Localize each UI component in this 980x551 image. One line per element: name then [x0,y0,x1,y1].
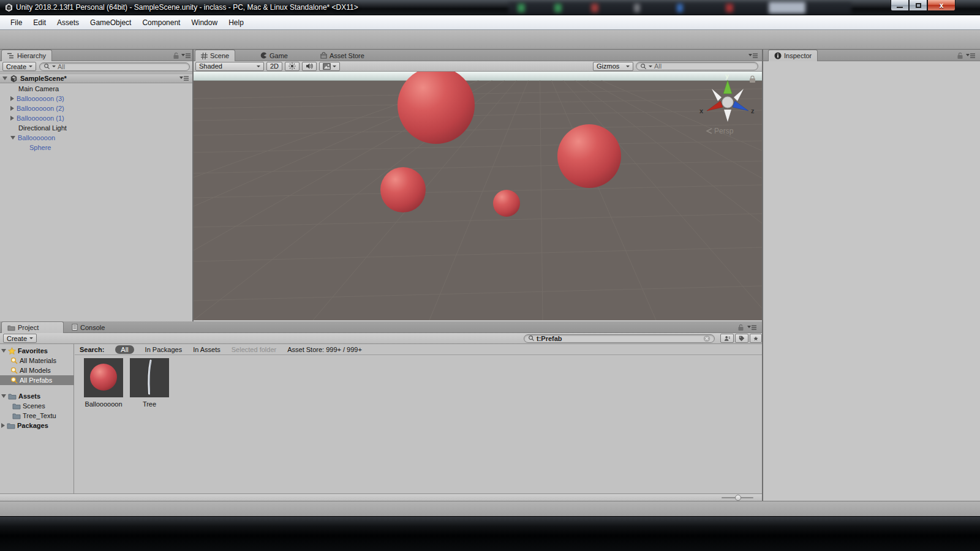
tree-item-favorites[interactable]: Favorites [0,346,74,356]
scene-effects-dropdown[interactable] [319,62,340,71]
balloon-sphere-right[interactable] [557,124,621,188]
hierarchy-item-sphere[interactable]: Sphere [0,143,192,152]
search-by-label-button[interactable] [735,334,748,343]
lock-icon[interactable] [173,52,179,59]
menu-gameobject[interactable]: GameObject [85,17,137,29]
menu-help[interactable]: Help [223,17,249,29]
scope-selected-folder[interactable]: Selected folder [232,346,276,353]
hierarchy-tab-label: Hierarchy [17,52,46,59]
close-button[interactable]: x [927,0,956,11]
hierarchy-item-balloon-3[interactable]: Balloooooon (3) [0,94,192,103]
background-window-blur [726,4,733,12]
tree-item-scenes[interactable]: Scenes [0,401,74,411]
tree-item-packages[interactable]: Packages [0,421,74,430]
balloon-sphere-left[interactable] [380,167,426,212]
scope-in-assets[interactable]: In Assets [193,346,221,353]
foldout-expanded-icon[interactable] [10,136,15,140]
persp-label[interactable]: Persp [714,127,734,135]
menu-window[interactable]: Window [186,17,223,29]
foldout-expanded-icon[interactable] [2,77,7,80]
slider-knob[interactable] [735,495,741,501]
hierarchy-search-input[interactable]: All [39,62,190,71]
menu-file[interactable]: File [5,17,28,29]
console-tab[interactable]: Console [66,321,110,333]
asset-label-tree[interactable]: Tree [127,400,172,408]
search-icon [640,63,647,70]
menu-edit[interactable]: Edit [28,17,51,29]
gizmos-dropdown[interactable]: Gizmos [593,62,633,71]
tree-item-all-materials[interactable]: All Materials [0,356,74,365]
hierarchy-icon [7,53,15,59]
menu-component[interactable]: Component [137,17,186,29]
foldout-collapsed-icon[interactable] [10,116,14,121]
panel-menu-icon[interactable] [181,53,190,59]
2d-toggle-button[interactable]: 2D [266,62,282,71]
foldout-collapsed-icon[interactable] [10,106,14,111]
item-label: Main Camera [18,85,59,92]
shading-mode-dropdown[interactable]: Shaded [195,62,264,71]
speaker-icon [306,62,313,70]
scene-panel: Scene Game Asset Store Shaded 2D Gizmos [194,50,762,321]
item-label: Balloooooon (2) [17,105,64,112]
game-tab[interactable]: Game [255,50,293,61]
panel-menu-icon[interactable] [966,53,975,59]
lock-icon[interactable] [957,52,963,59]
project-create-button[interactable]: Create [3,334,37,343]
menu-assets[interactable]: Assets [51,17,85,29]
search-filter-icon [10,377,18,384]
asset-store-count[interactable]: Asset Store: 999+ / 999+ [287,346,362,353]
asset-thumbnail-balloon[interactable] [84,358,123,397]
panel-menu-icon[interactable] [747,325,756,331]
asset-store-tab[interactable]: Asset Store [315,50,370,61]
chevron-down-icon [333,66,336,67]
tree-item-all-models[interactable]: All Models [0,365,74,375]
scene-lighting-button[interactable] [285,62,300,71]
balloon-sphere-small[interactable] [493,190,520,217]
search-by-type-button[interactable] [720,334,734,343]
project-search-input[interactable]: t:Prefab [524,334,715,343]
scene-audio-button[interactable] [302,62,317,71]
foldout-collapsed-icon[interactable] [1,423,5,428]
project-tab[interactable]: Project [1,321,64,333]
hierarchy-item-directional-light[interactable]: Directional Light [0,123,192,133]
asset-thumbnail-tree[interactable] [130,358,169,397]
search-filter-icon [10,357,18,364]
tree-item-assets[interactable]: Assets [0,391,74,401]
minimize-button[interactable] [891,0,909,11]
tree-item-label: Assets [18,392,40,400]
save-search-button[interactable] [750,334,762,343]
scene-header-row[interactable]: SampleScene* [0,73,192,83]
hierarchy-item-main-camera[interactable]: Main Camera [0,84,192,94]
hierarchy-create-button[interactable]: Create [2,62,36,71]
hierarchy-item-balloon[interactable]: Balloooooon [0,133,192,143]
hierarchy-toolbar: Create All [0,61,192,72]
tree-item-tree-textures[interactable]: Tree_Textu [0,411,74,421]
hierarchy-item-balloon-2[interactable]: Balloooooon (2) [0,103,192,113]
foldout-expanded-icon[interactable] [1,349,6,353]
hierarchy-item-balloon-1[interactable]: Balloooooon (1) [0,113,192,123]
foldout-expanded-icon[interactable] [1,394,6,398]
maximize-button[interactable] [909,0,927,11]
foldout-collapsed-icon[interactable] [10,96,14,101]
tag-icon [739,335,745,342]
project-toolbar: Create t:Prefab [0,333,762,344]
inspector-tab-label: Inspector [784,52,812,59]
folder-icon [12,413,21,419]
tree-item-label: Packages [17,422,48,429]
star-icon [8,347,16,355]
lock-icon[interactable] [737,324,744,331]
asset-label-balloon[interactable]: Balloooooon [81,400,126,408]
clear-search-icon[interactable] [703,335,710,342]
panel-menu-icon[interactable] [748,53,758,59]
scene-tab[interactable]: Scene [195,50,235,61]
scene-search-input[interactable]: All [636,62,758,70]
inspector-tab[interactable]: Inspector [768,50,818,61]
gizmo-center-cube[interactable] [722,97,733,108]
scope-all[interactable]: All [115,345,134,354]
scope-in-packages[interactable]: In Packages [145,346,183,353]
scene-viewport[interactable]: y x z Persp [194,72,762,320]
hierarchy-tab[interactable]: Hierarchy [1,50,52,61]
tree-item-all-prefabs[interactable]: All Prefabs [0,375,74,385]
panel-menu-icon[interactable] [179,76,189,81]
thumbnail-zoom-slider[interactable] [722,497,753,498]
